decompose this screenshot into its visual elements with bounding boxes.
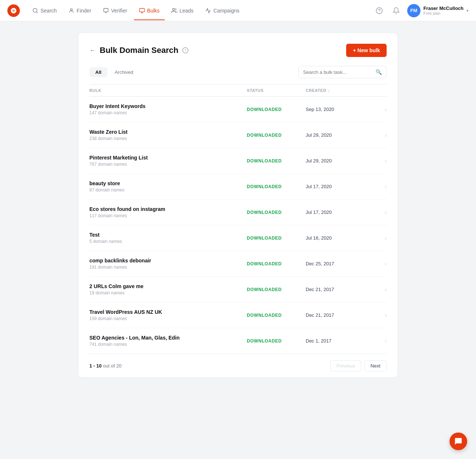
nav-item-finder[interactable]: Finder bbox=[63, 5, 96, 17]
bulk-sub: 117 domain names bbox=[89, 213, 247, 218]
status-badge: DOWNLOADED bbox=[247, 133, 306, 138]
filter-tab-all[interactable]: All bbox=[89, 67, 107, 77]
chevron-right-icon: › bbox=[372, 338, 387, 344]
bulk-name: Test bbox=[89, 232, 247, 238]
user-details: Fraser McCulloch Free plan bbox=[423, 6, 463, 15]
table-row[interactable]: Pinterest Marketing List 767 domain name… bbox=[89, 148, 387, 174]
user-name: Fraser McCulloch bbox=[423, 6, 463, 11]
chevron-right-icon: › bbox=[372, 261, 387, 267]
topnav: Search Finder Verifier Bulks Leads Campa… bbox=[0, 0, 476, 21]
bulk-info: beauty store 87 domain names bbox=[89, 180, 247, 193]
status-badge: DOWNLOADED bbox=[247, 210, 306, 215]
info-icon[interactable] bbox=[182, 47, 189, 54]
bulk-sub: 238 domain names bbox=[89, 136, 247, 141]
avatar: FM bbox=[407, 4, 420, 17]
nav-item-leads[interactable]: Leads bbox=[166, 5, 199, 17]
created-date: Dec 21, 2017 bbox=[306, 287, 372, 292]
bulk-info: 2 URLs Colm gave me 19 domain names bbox=[89, 283, 247, 295]
created-date: Sep 13, 2020 bbox=[306, 107, 372, 112]
bulk-sub: 87 domain names bbox=[89, 187, 247, 193]
table-body: Buyer Intent Keywords 147 domain names D… bbox=[89, 97, 387, 354]
table-row[interactable]: Test 5 domain names DOWNLOADED Jul 16, 2… bbox=[89, 225, 387, 251]
bulk-info: Test 5 domain names bbox=[89, 232, 247, 244]
created-date: Dec 21, 2017 bbox=[306, 312, 372, 318]
table-row[interactable]: Waste Zero List 238 domain names DOWNLOA… bbox=[89, 122, 387, 148]
table-row[interactable]: Travel WordPress AUS NZ UK 159 domain na… bbox=[89, 302, 387, 328]
page-title: Bulk Domain Search bbox=[100, 46, 178, 55]
created-date: Jul 17, 2020 bbox=[306, 184, 372, 189]
card-title-row: ← Bulk Domain Search bbox=[89, 46, 189, 55]
help-button[interactable] bbox=[373, 5, 385, 17]
pagination-info: 1 - 10 out of 20 bbox=[89, 363, 121, 369]
bulk-info: Eco stores found on instagram 117 domain… bbox=[89, 206, 247, 218]
nav-item-verifier[interactable]: Verifier bbox=[98, 5, 132, 17]
app-logo[interactable] bbox=[7, 4, 20, 17]
bulk-sub: 159 domain names bbox=[89, 316, 247, 321]
nav-items: Search Finder Verifier Bulks Leads Campa… bbox=[27, 5, 373, 17]
nav-item-bulks[interactable]: Bulks bbox=[134, 5, 165, 17]
bulk-info: Waste Zero List 238 domain names bbox=[89, 129, 247, 141]
bulk-name: Waste Zero List bbox=[89, 129, 247, 135]
chevron-right-icon: › bbox=[372, 286, 387, 293]
chevron-right-icon: › bbox=[372, 312, 387, 319]
svg-point-2 bbox=[71, 8, 72, 10]
table-row[interactable]: Eco stores found on instagram 117 domain… bbox=[89, 200, 387, 225]
svg-line-1 bbox=[36, 12, 38, 13]
bulk-sub: 5 domain names bbox=[89, 239, 247, 244]
table-row[interactable]: Buyer Intent Keywords 147 domain names D… bbox=[89, 97, 387, 122]
chevron-right-icon: › bbox=[372, 106, 387, 113]
next-button[interactable]: Next bbox=[364, 360, 387, 372]
chevron-right-icon: › bbox=[372, 132, 387, 139]
bulk-info: SEO Agencies - Lon, Man, Glas, Edin 741 … bbox=[89, 335, 247, 347]
svg-point-0 bbox=[33, 8, 37, 12]
status-badge: DOWNLOADED bbox=[247, 338, 306, 344]
status-badge: DOWNLOADED bbox=[247, 184, 306, 189]
status-badge: DOWNLOADED bbox=[247, 107, 306, 112]
created-date: Dec 1, 2017 bbox=[306, 338, 372, 344]
topnav-right: FM Fraser McCulloch Free plan ▾ bbox=[373, 4, 469, 17]
sort-icon: ↓ bbox=[328, 88, 330, 93]
bulk-info: Travel WordPress AUS NZ UK 159 domain na… bbox=[89, 309, 247, 321]
new-bulk-button[interactable]: + New bulk bbox=[346, 44, 387, 57]
nav-item-search[interactable]: Search bbox=[27, 5, 62, 17]
status-badge: DOWNLOADED bbox=[247, 158, 306, 164]
filter-tab-archived[interactable]: Archived bbox=[109, 67, 139, 77]
table-header: BULK STATUS CREATED ↓ bbox=[89, 84, 387, 97]
created-date: Dec 25, 2017 bbox=[306, 261, 372, 266]
col-bulk: BULK bbox=[89, 88, 247, 93]
prev-button[interactable]: Previous bbox=[330, 360, 362, 372]
status-badge: DOWNLOADED bbox=[247, 261, 306, 266]
bulk-info: Pinterest Marketing List 767 domain name… bbox=[89, 155, 247, 167]
status-badge: DOWNLOADED bbox=[247, 236, 306, 241]
search-icon: 🔍 bbox=[376, 69, 382, 75]
nav-item-campaigns[interactable]: Campaigns bbox=[200, 5, 245, 17]
search-box: 🔍 bbox=[298, 66, 387, 78]
pagination-buttons: Previous Next bbox=[330, 360, 387, 372]
back-button[interactable]: ← bbox=[89, 47, 96, 54]
created-date: Jul 29, 2020 bbox=[306, 158, 372, 164]
status-badge: DOWNLOADED bbox=[247, 287, 306, 292]
chat-widget[interactable] bbox=[450, 433, 467, 450]
notifications-button[interactable] bbox=[390, 5, 402, 17]
created-date: Jul 29, 2020 bbox=[306, 132, 372, 138]
col-created[interactable]: CREATED ↓ bbox=[306, 88, 372, 93]
bulk-name: SEO Agencies - Lon, Man, Glas, Edin bbox=[89, 335, 247, 341]
created-date: Jul 16, 2020 bbox=[306, 235, 372, 241]
user-menu[interactable]: FM Fraser McCulloch Free plan ▾ bbox=[407, 4, 469, 17]
bulk-info: comp backlinks debonair 191 domain names bbox=[89, 258, 247, 270]
table-row[interactable]: SEO Agencies - Lon, Man, Glas, Edin 741 … bbox=[89, 328, 387, 354]
bulk-sub: 191 domain names bbox=[89, 265, 247, 270]
chevron-right-icon: › bbox=[372, 183, 387, 190]
bulk-card: ← Bulk Domain Search + New bulk All Arch… bbox=[78, 32, 398, 378]
bulk-info: Buyer Intent Keywords 147 domain names bbox=[89, 103, 247, 115]
svg-rect-4 bbox=[139, 8, 144, 12]
col-status: STATUS bbox=[247, 88, 306, 93]
bulk-name: Buyer Intent Keywords bbox=[89, 103, 247, 109]
search-input[interactable] bbox=[303, 69, 373, 75]
table-row[interactable]: beauty store 87 domain names DOWNLOADED … bbox=[89, 174, 387, 200]
bulk-name: Pinterest Marketing List bbox=[89, 155, 247, 161]
table-row[interactable]: 2 URLs Colm gave me 19 domain names DOWN… bbox=[89, 277, 387, 302]
bulk-name: Eco stores found on instagram bbox=[89, 206, 247, 212]
bulk-name: beauty store bbox=[89, 180, 247, 186]
table-row[interactable]: comp backlinks debonair 191 domain names… bbox=[89, 251, 387, 277]
